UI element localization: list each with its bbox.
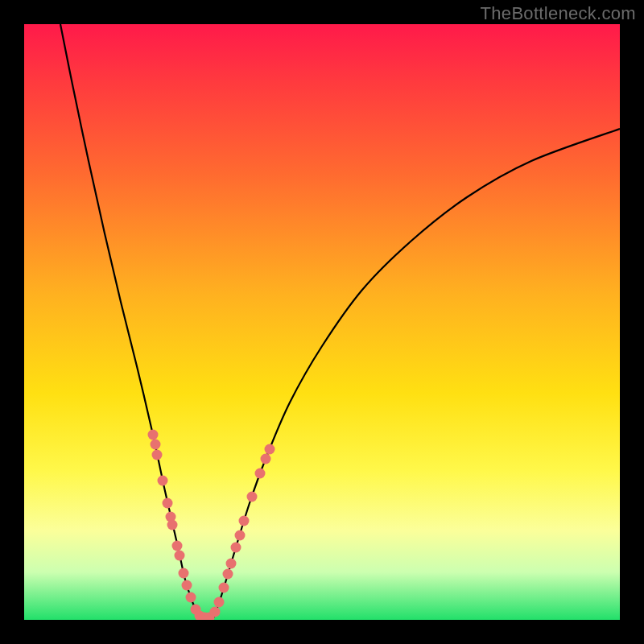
- scatter-dot: [158, 476, 168, 486]
- chart-plot-area: [24, 24, 620, 620]
- scatter-dot: [255, 469, 266, 479]
- scatter-dot: [231, 543, 242, 553]
- scatter-dot: [175, 551, 185, 561]
- scatter-dot: [223, 569, 233, 580]
- scatter-dot: [239, 516, 250, 526]
- scatter-dot: [172, 541, 183, 551]
- scatter-dot: [261, 454, 271, 464]
- scatter-dot: [235, 530, 246, 541]
- scatter-dot: [214, 597, 225, 608]
- scatter-dot: [152, 450, 163, 460]
- scatter-dot: [148, 430, 159, 440]
- scatter-dot: [219, 583, 229, 593]
- scatter-dot: [151, 440, 161, 450]
- scatter-dot: [247, 492, 258, 502]
- scatter-dot: [182, 580, 192, 591]
- chart-svg: [24, 24, 620, 620]
- scatter-dots: [148, 430, 275, 621]
- scatter-dot: [210, 607, 221, 617]
- scatter-dot: [226, 559, 237, 569]
- scatter-dot: [186, 592, 196, 603]
- curve-left-branch: [60, 24, 200, 618]
- scatter-dot: [167, 520, 178, 530]
- curve-right-branch: [213, 129, 620, 618]
- scatter-dot: [179, 568, 189, 579]
- scatter-dot: [265, 444, 275, 455]
- scatter-dot: [163, 498, 173, 509]
- watermark-text: TheBottleneck.com: [481, 3, 636, 24]
